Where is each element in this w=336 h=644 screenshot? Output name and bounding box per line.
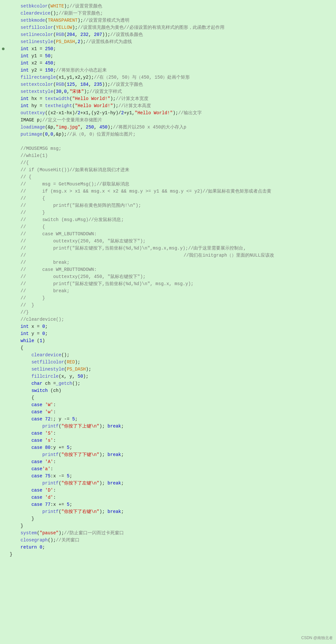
code-line: printf("你按下了左键\n"); break; <box>0 480 336 487</box>
code-line: // //我们在initgraph（）里面的NULL应该改 <box>0 252 336 259</box>
code-line: case 'S': <box>0 430 336 437</box>
code-line: //cleardevice(); <box>0 316 336 323</box>
code-line: setfillcolor(YELLOW);//设置填充颜色为黄色//必须设置的有… <box>0 24 336 31</box>
code-line: printf("你按下了右键\n"); break; <box>0 508 336 515</box>
code-line: setbkcolor(WHITE);//设置背景颜色 <box>0 3 336 10</box>
code-line: } <box>0 515 336 522</box>
code-line: // { <box>0 223 336 230</box>
code-line: fillrectangle(x1,y1,x2,y2);//在（250, 50）与… <box>0 74 336 81</box>
code-line: } <box>0 551 336 558</box>
code-line: case 72:; y -= 5; <box>0 416 336 423</box>
code-line: // case WM_LBUTTONDOWN: <box>0 230 336 238</box>
code-line: // } <box>0 302 336 309</box>
code-line: // if (MouseHit())//如果有鼠标消息我们才进来 <box>0 166 336 173</box>
code-line: fillcircle(x, y, 50); <box>0 373 336 380</box>
code-line: setlinecolor(RGB(204, 232, 207));//设置线条颜… <box>0 31 336 38</box>
code-line: setlinestyle(PS_DASH,2);//设置线条样式为虚线 <box>0 38 336 45</box>
code-line: case 75:x -= 5; <box>0 472 336 480</box>
code-line: // break; <box>0 259 336 266</box>
code-line: int hy = textheight("Hello World!");//计算… <box>0 102 336 109</box>
code-line: IMAGE p;//定义一个变量用来存储图片 <box>0 117 336 124</box>
code-line: system("pause");//防止窗口一闪而过卡死窗口 <box>0 529 336 537</box>
code-container: setbkcolor(WHITE);//设置背景颜色 cleardevice()… <box>0 0 336 644</box>
code-line: //while(1) <box>0 152 336 159</box>
code-line: cleardevice();//刷新一下背景颜色; <box>0 10 336 17</box>
code-line: int y = 0; <box>0 330 336 337</box>
code-line: // { <box>0 173 336 181</box>
code-line: char ch =_getch(); <box>0 380 336 387</box>
code-line: // outtextxy(250, 450, "鼠标左键按下"); <box>0 238 336 245</box>
code-line: int x1 = 250; <box>0 45 336 52</box>
code-line: int x2 = 450; <box>0 60 336 67</box>
code-line: int hx = textwidth("Hello World!");//计算文… <box>0 95 336 102</box>
code-line: case 'D': <box>0 487 336 494</box>
code-line: settextstyle(30,0,"宋体");//设置文字样式 <box>0 88 336 95</box>
code-line: setbkmode(TRANSPARENT);//设置背景模式为透明 <box>0 17 336 24</box>
code-line: settextcolor(RGB(125, 184, 235));//设置文字颜… <box>0 81 336 88</box>
code-line: case 'w': <box>0 408 336 416</box>
code-line: case 80:y += 5; <box>0 444 336 451</box>
code-line: //{ <box>0 159 336 166</box>
code-line: printf("你按下了下键\n"); break; <box>0 451 336 458</box>
code-line: // msg = GetMouseMsg();//获取鼠标消息 <box>0 181 336 188</box>
code-line: // switch (msg.uMsg)//分发鼠标消息; <box>0 216 336 223</box>
code-line: // } <box>0 209 336 216</box>
code-line: int y1 = 50; <box>0 52 336 60</box>
code-line: printf("你按了下上键\n"); break; <box>0 423 336 430</box>
watermark: CSDN @南独北者 <box>301 635 333 641</box>
code-line: setfillcolor(RED); <box>0 359 336 366</box>
code-line: loadimage(&p,"img.jpg", 250, 450);//将图片以… <box>0 124 336 131</box>
code-line: return 0; <box>0 544 336 551</box>
code-line: //MOUSEMSG msg; <box>0 145 336 152</box>
code-line: cleardevice(); <box>0 351 336 359</box>
code-line: //} <box>0 309 336 316</box>
code-line: int x = 0; <box>0 323 336 330</box>
code-line: // if (msg.x > x1 && msg.x < x2 && msg.y… <box>0 188 336 195</box>
code-line: // { <box>0 195 336 202</box>
code-line: // printf("鼠标左键按下,当前坐标(%d,%d)\n", msg.x,… <box>0 280 336 287</box>
code-line: { <box>0 344 336 351</box>
code-line <box>0 138 336 145</box>
code-line: putimage(0,0,&p);//从（0, 0）位置开始输出图片; <box>0 131 336 138</box>
code-line: // case WM_RBUTTONDOWN: <box>0 266 336 273</box>
code-line: case 'd': <box>0 494 336 501</box>
code-line: switch (ch) <box>0 387 336 394</box>
code-line: { <box>0 394 336 401</box>
code-line: case 'W': <box>0 401 336 408</box>
code-line: case 77:x += 5; <box>0 501 336 508</box>
code-line: case 's': <box>0 437 336 444</box>
code-line: // printf("鼠标在黄色矩阵的范围内!\n"); <box>0 202 336 209</box>
code-line: case'a': <box>0 465 336 472</box>
gutter-mark <box>0 45 6 52</box>
code-line: closegraph();//关闭窗口 <box>0 537 336 544</box>
code-line: while (1) <box>0 337 336 344</box>
code-line: // printf("鼠标左键按下,当前坐标(%d,%d)\n",msg.x,m… <box>0 245 336 252</box>
code-line: } <box>0 522 336 529</box>
code-line: // break; <box>0 287 336 294</box>
code-line: int y2 = 150;//将矩形的大小动态起来 <box>0 67 336 74</box>
code-line: setlinestyle(PS_DASH); <box>0 366 336 373</box>
code-line: case 'A': <box>0 458 336 465</box>
code-line: // outtextxy(250, 450, "鼠标右键按下"); <box>0 273 336 280</box>
code-line: outtextxy((x2-x1-hx)/2+x1,(y2-y1-hy)/2+y… <box>0 109 336 117</box>
code-line: // } <box>0 294 336 302</box>
